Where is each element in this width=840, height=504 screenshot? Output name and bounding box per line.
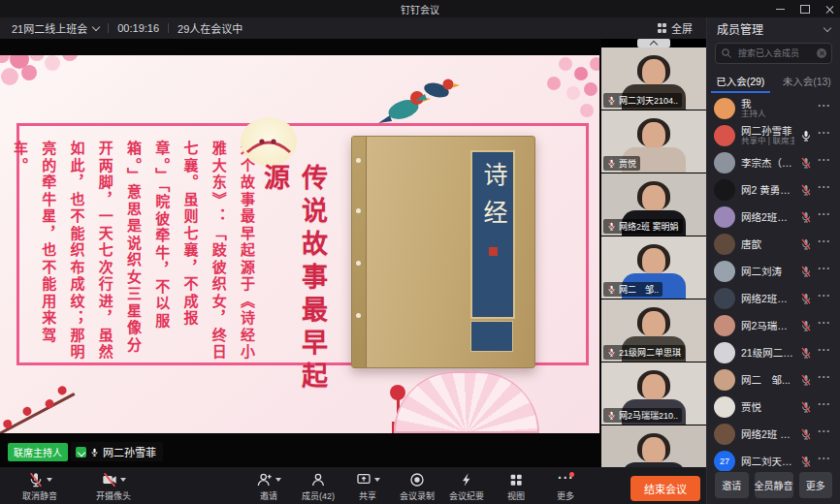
end-meeting-button[interactable]: 结束会议 (630, 476, 700, 501)
avatar (714, 315, 735, 336)
invite-member-button[interactable]: 邀请 (715, 472, 749, 498)
mic-muted-icon[interactable] (800, 374, 812, 386)
moon-decoration (241, 117, 297, 166)
member-row[interactable]: 网络2班闫宏... (707, 204, 840, 231)
member-row[interactable]: 贾悦 (707, 394, 840, 421)
mic-muted-icon (607, 285, 616, 294)
mic-muted-icon[interactable] (800, 211, 812, 223)
member-role: 主持人 (741, 110, 812, 119)
share-screen-button[interactable]: 共享 (349, 471, 386, 502)
mic-muted-icon[interactable] (800, 347, 812, 359)
mic-muted-icon[interactable] (800, 266, 812, 277)
member-name: 唐歆 (741, 238, 794, 250)
video-thumbnail[interactable]: 贾悦 (601, 110, 706, 173)
chevron-up-icon (650, 41, 658, 48)
member-name: 网二刘天21... (741, 456, 794, 467)
more-options-button[interactable] (818, 400, 833, 414)
unmute-button[interactable]: 取消静音 (21, 471, 58, 502)
member-row[interactable]: 27 网二刘天21... (707, 448, 840, 471)
fullscreen-button[interactable]: 全屏 (658, 20, 694, 36)
member-row[interactable]: 网二孙雪菲共享中 | 联席主持人 (707, 122, 840, 149)
avatar (714, 152, 735, 173)
more-options-button[interactable] (818, 346, 833, 360)
meeting-minutes-button[interactable]: 会议纪要 (448, 471, 485, 502)
more-options-button[interactable] (818, 237, 833, 251)
blossom-decoration (0, 55, 10, 63)
more-options-button[interactable] (818, 102, 833, 115)
mic-muted-icon[interactable] (800, 456, 812, 467)
tab-joined[interactable]: 已入会(29) (707, 68, 774, 93)
mic-muted-icon[interactable] (800, 428, 812, 440)
mic-muted-icon (607, 411, 616, 420)
video-thumbnail[interactable]: 网2马瑞瑞210.. (601, 362, 706, 425)
video-thumbnail[interactable]: 21级网二单思琪 (601, 299, 706, 362)
video-thumbnail[interactable]: 网二 邹.. (601, 236, 706, 299)
member-search[interactable] (715, 43, 832, 64)
more-options-button[interactable] (818, 129, 833, 142)
mic-muted-icon[interactable] (800, 157, 812, 169)
member-row[interactable]: 网络2班 黄... (707, 421, 840, 448)
member-row[interactable]: 我主持人 (707, 95, 840, 122)
magpie-bridge-icon (244, 133, 293, 154)
more-button[interactable]: 更多 (547, 471, 584, 502)
chevron-down-icon[interactable] (92, 23, 100, 31)
mic-on-icon[interactable] (800, 130, 812, 142)
mic-muted-icon[interactable] (800, 184, 812, 196)
record-button[interactable]: 会议录制 (399, 471, 436, 502)
caret-down-icon[interactable] (120, 478, 126, 482)
mic-muted-icon[interactable] (800, 293, 812, 304)
more-options-button[interactable] (818, 292, 833, 305)
avatar (714, 234, 735, 255)
mic-muted-icon[interactable] (800, 320, 812, 331)
window-controls (776, 0, 834, 17)
divider (168, 23, 169, 33)
search-input[interactable] (736, 47, 813, 59)
mic-muted-icon (607, 96, 616, 105)
caret-down-icon[interactable] (374, 478, 380, 482)
mic-muted-icon[interactable] (800, 238, 812, 250)
mute-all-button[interactable]: 全员静音 (755, 472, 793, 498)
caret-down-icon[interactable] (275, 478, 281, 482)
member-row[interactable]: 网2马瑞瑞2... (707, 312, 840, 339)
participant-name: 21级网二单思琪 (619, 346, 681, 359)
mic-muted-icon[interactable] (800, 401, 812, 413)
member-row[interactable]: 网2 黄勇杰2... (707, 176, 840, 204)
more-options-button[interactable] (818, 319, 833, 332)
tab-not-joined[interactable]: 未入会(13) (774, 68, 840, 93)
more-options-button[interactable] (818, 373, 833, 387)
member-row[interactable]: 网二刘涛 (707, 258, 840, 285)
video-thumbnail[interactable]: 网二刘天2104.. (601, 47, 706, 110)
member-name: 贾悦 (741, 401, 794, 413)
more-options-button[interactable] (818, 156, 833, 170)
mic-muted-icon (607, 159, 616, 168)
panel-more-button[interactable]: 更多 (799, 472, 833, 498)
camera-on-button[interactable]: 开摄像头 (95, 471, 132, 502)
view-button[interactable]: 视图 (498, 471, 534, 502)
member-name: 网络2班张闻... (741, 293, 794, 304)
video-thumbnail-strip: 网二刘天2104.. 贾悦 网络2班 窦明娟 网二 邹.. 21级网二单思琪 网… (601, 39, 706, 467)
more-options-button[interactable] (818, 427, 833, 441)
member-row[interactable]: 网二 邹... (707, 366, 840, 394)
minimize-button[interactable] (776, 9, 785, 10)
more-options-button[interactable] (818, 210, 833, 224)
member-row[interactable]: 唐歆 (707, 231, 840, 258)
member-row[interactable]: 李宗杰（网... (707, 149, 840, 176)
collapse-strip-button[interactable] (637, 39, 670, 47)
chevron-down-icon[interactable] (824, 24, 831, 32)
fan-decoration (394, 371, 539, 433)
member-tabs: 已入会(29) 未入会(13) (707, 68, 840, 93)
close-button[interactable] (825, 5, 834, 14)
more-options-button[interactable] (818, 455, 833, 468)
members-button[interactable]: 成员(42) (300, 471, 337, 502)
member-row[interactable]: 网络2班张闻... (707, 285, 840, 312)
maximize-button[interactable] (800, 5, 810, 14)
invite-button[interactable]: 邀请 (250, 471, 287, 502)
clear-search-icon[interactable] (817, 48, 826, 58)
video-thumbnail[interactable]: 网络2班 窦明娟 (601, 173, 706, 236)
caret-down-icon[interactable] (47, 478, 52, 482)
video-thumbnail[interactable]: 网络2班张.. (601, 425, 706, 467)
more-options-button[interactable] (818, 183, 833, 197)
member-row[interactable]: 21级网二单... (707, 339, 840, 366)
more-options-button[interactable] (818, 265, 833, 278)
window-titlebar: 钉钉会议 (0, 0, 840, 17)
